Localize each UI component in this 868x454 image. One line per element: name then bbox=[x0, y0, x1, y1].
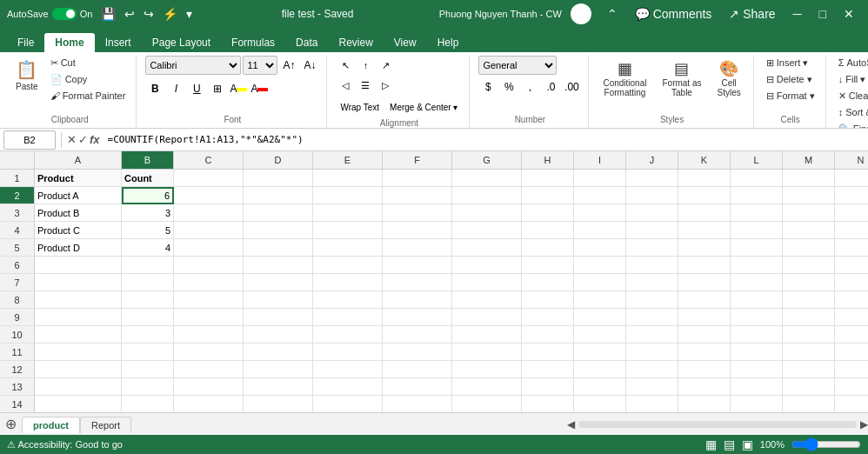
cell-a13[interactable] bbox=[35, 378, 122, 396]
cell-a14[interactable] bbox=[35, 396, 122, 412]
cell-h5[interactable] bbox=[522, 239, 574, 257]
tab-view[interactable]: View bbox=[384, 33, 427, 52]
cell-c11[interactable] bbox=[174, 344, 244, 361]
row-num-5[interactable]: 5 bbox=[0, 239, 34, 257]
cell-n12[interactable] bbox=[835, 361, 868, 378]
align-middle-left-button[interactable]: ◁ bbox=[336, 76, 355, 95]
cell-f13[interactable] bbox=[383, 378, 452, 396]
cell-c8[interactable] bbox=[174, 291, 244, 309]
cell-d11[interactable] bbox=[244, 344, 313, 361]
tab-review[interactable]: Review bbox=[328, 33, 383, 52]
cell-j3[interactable] bbox=[626, 204, 678, 222]
bold-button[interactable]: B bbox=[145, 79, 164, 98]
cell-m1[interactable] bbox=[783, 170, 835, 187]
cell-b13[interactable] bbox=[122, 378, 174, 396]
cell-e3[interactable] bbox=[313, 204, 383, 222]
col-header-c[interactable]: C bbox=[174, 151, 244, 169]
cell-l3[interactable] bbox=[731, 204, 783, 222]
cell-k13[interactable] bbox=[678, 378, 731, 396]
zoom-slider[interactable] bbox=[791, 437, 861, 451]
page-break-view-button[interactable]: ▣ bbox=[742, 437, 753, 451]
fill-button[interactable]: ↓ Fill ▾ bbox=[835, 72, 868, 87]
cell-k6[interactable] bbox=[678, 257, 731, 274]
cell-b10[interactable] bbox=[122, 326, 174, 344]
cell-l2[interactable] bbox=[731, 187, 783, 204]
cell-g14[interactable] bbox=[452, 396, 522, 412]
cell-m5[interactable] bbox=[783, 239, 835, 257]
align-top-center-button[interactable]: ↑ bbox=[356, 56, 375, 75]
conditional-formatting-button[interactable]: ▦ ConditionalFormatting bbox=[598, 56, 651, 101]
cell-b3[interactable]: 3 bbox=[122, 204, 174, 222]
cell-f4[interactable] bbox=[383, 222, 452, 239]
cell-i8[interactable] bbox=[574, 291, 626, 309]
cell-c5[interactable] bbox=[174, 239, 244, 257]
cell-d12[interactable] bbox=[244, 361, 313, 378]
cell-i3[interactable] bbox=[574, 204, 626, 222]
tab-data[interactable]: Data bbox=[285, 33, 328, 52]
tab-help[interactable]: Help bbox=[427, 33, 470, 52]
col-header-a[interactable]: A bbox=[35, 151, 122, 169]
cell-e5[interactable] bbox=[313, 239, 383, 257]
normal-view-button[interactable]: ▦ bbox=[705, 437, 717, 451]
cell-d7[interactable] bbox=[244, 274, 313, 291]
delete-cells-button[interactable]: ⊟ Delete ▾ bbox=[763, 72, 816, 87]
cell-n7[interactable] bbox=[835, 274, 868, 291]
cell-m4[interactable] bbox=[783, 222, 835, 239]
cell-c9[interactable] bbox=[174, 309, 244, 326]
font-increase-button[interactable]: A↑ bbox=[279, 56, 298, 75]
sort-filter-button[interactable]: ↕ Sort & Filter ▾ bbox=[835, 105, 868, 120]
cell-m12[interactable] bbox=[783, 361, 835, 378]
cell-c4[interactable] bbox=[174, 222, 244, 239]
cell-c6[interactable] bbox=[174, 257, 244, 274]
cell-i5[interactable] bbox=[574, 239, 626, 257]
cancel-formula-icon[interactable]: ✕ bbox=[67, 133, 77, 146]
cell-l1[interactable] bbox=[731, 170, 783, 187]
cell-c10[interactable] bbox=[174, 326, 244, 344]
col-header-i[interactable]: I bbox=[574, 151, 626, 169]
cell-i11[interactable] bbox=[574, 344, 626, 361]
tab-file[interactable]: File bbox=[7, 33, 44, 52]
customize-qa-button[interactable]: ▾ bbox=[183, 5, 196, 23]
cell-k1[interactable] bbox=[678, 170, 731, 187]
cell-n9[interactable] bbox=[835, 309, 868, 326]
add-sheet-button[interactable]: ⊕ bbox=[0, 416, 22, 432]
horizontal-scrollbar[interactable] bbox=[578, 421, 857, 428]
cell-i7[interactable] bbox=[574, 274, 626, 291]
cell-b2[interactable]: 6 bbox=[122, 187, 174, 204]
cell-c1[interactable] bbox=[174, 170, 244, 187]
cell-a3[interactable]: Product B bbox=[35, 204, 122, 222]
restore-button[interactable]: □ bbox=[812, 5, 833, 23]
cell-h3[interactable] bbox=[522, 204, 574, 222]
cell-f11[interactable] bbox=[383, 344, 452, 361]
cell-f5[interactable] bbox=[383, 239, 452, 257]
cell-a12[interactable] bbox=[35, 361, 122, 378]
underline-button[interactable]: U bbox=[187, 79, 206, 98]
cell-h1[interactable] bbox=[522, 170, 574, 187]
cell-e8[interactable] bbox=[313, 291, 383, 309]
tab-formulas[interactable]: Formulas bbox=[221, 33, 285, 52]
cell-i4[interactable] bbox=[574, 222, 626, 239]
cell-m2[interactable] bbox=[783, 187, 835, 204]
fill-color-button[interactable]: A bbox=[229, 79, 248, 98]
number-format-select[interactable]: General bbox=[478, 56, 557, 75]
cell-reference-box[interactable] bbox=[3, 130, 56, 150]
cell-l6[interactable] bbox=[731, 257, 783, 274]
cell-g5[interactable] bbox=[452, 239, 522, 257]
autosave-toggle[interactable] bbox=[52, 8, 77, 20]
cell-a2[interactable]: Product A bbox=[35, 187, 122, 204]
row-num-8[interactable]: 8 bbox=[0, 291, 34, 309]
cell-a9[interactable] bbox=[35, 309, 122, 326]
cell-j12[interactable] bbox=[626, 361, 678, 378]
cell-d4[interactable] bbox=[244, 222, 313, 239]
cell-n5[interactable] bbox=[835, 239, 868, 257]
cell-d14[interactable] bbox=[244, 396, 313, 412]
cell-l10[interactable] bbox=[731, 326, 783, 344]
cell-a5[interactable]: Product D bbox=[35, 239, 122, 257]
col-header-d[interactable]: D bbox=[244, 151, 313, 169]
format-as-table-button[interactable]: ▤ Format asTable bbox=[657, 56, 706, 101]
border-button[interactable]: ⊞ bbox=[208, 79, 227, 98]
cell-i14[interactable] bbox=[574, 396, 626, 412]
confirm-formula-icon[interactable]: ✓ bbox=[78, 133, 88, 146]
cell-f12[interactable] bbox=[383, 361, 452, 378]
align-top-right-button[interactable]: ↗ bbox=[376, 56, 395, 75]
